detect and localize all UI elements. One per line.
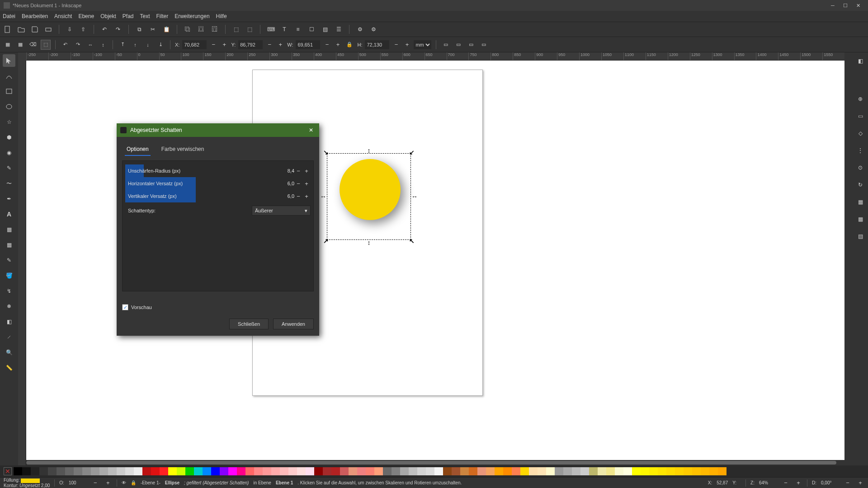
color-swatch[interactable] — [383, 467, 392, 475]
rotation-input[interactable] — [821, 480, 839, 485]
dialog-close-button[interactable]: ✕ — [307, 126, 316, 135]
zoom-tool[interactable]: 🔍 — [3, 346, 15, 359]
zoom-dec[interactable]: − — [782, 479, 790, 486]
stroke-value[interactable]: Ungesetzt — [19, 483, 40, 488]
h-inc[interactable]: + — [403, 41, 411, 48]
spray-tool[interactable]: ❅ — [3, 300, 15, 313]
color-swatch[interactable] — [65, 467, 74, 475]
undo-button[interactable]: ↶ — [99, 24, 109, 34]
eraser-tool[interactable]: ◧ — [3, 315, 15, 328]
menu-hilfe[interactable]: Hilfe — [216, 13, 227, 19]
color-swatch[interactable] — [486, 467, 495, 475]
bezier-tool[interactable]: 〜 — [3, 177, 15, 190]
close-button[interactable]: Schließen — [229, 319, 269, 329]
select-in-layers-button[interactable]: ▦ — [15, 40, 25, 50]
xml-editor-button[interactable]: ⌨ — [266, 24, 276, 34]
toggle-bbox-button[interactable]: ⬚ — [41, 40, 51, 50]
color-swatch[interactable] — [452, 467, 460, 475]
hoff-inc[interactable]: + — [302, 180, 311, 187]
handle-nw[interactable]: ↘ — [324, 150, 328, 155]
handle-se[interactable]: ↖ — [410, 239, 414, 243]
color-swatch[interactable] — [177, 467, 185, 475]
color-swatch[interactable] — [74, 467, 82, 475]
handle-sw[interactable]: ↗ — [324, 239, 328, 243]
paintbucket-tool[interactable]: 🪣 — [3, 269, 15, 282]
dropper-tool[interactable]: ✎ — [3, 254, 15, 267]
new-doc-button[interactable] — [3, 24, 13, 34]
color-swatch[interactable] — [426, 467, 434, 475]
color-swatch[interactable] — [57, 467, 65, 475]
apply-button[interactable]: Anwenden — [273, 319, 314, 329]
doc-props-button[interactable]: ⚙ — [355, 24, 365, 34]
color-swatch[interactable] — [572, 467, 580, 475]
blur-inc[interactable]: + — [302, 168, 311, 174]
flip-h-button[interactable]: ↔ — [85, 40, 95, 50]
lower-bottom-button[interactable]: ⤓ — [156, 40, 165, 50]
hoff-dec[interactable]: − — [294, 180, 302, 187]
affect-corners-button[interactable]: ▭ — [453, 40, 463, 50]
color-swatch[interactable] — [443, 467, 452, 475]
color-swatch[interactable] — [323, 467, 331, 475]
raise-top-button[interactable]: ⤒ — [118, 40, 127, 50]
color-swatch[interactable] — [117, 467, 125, 475]
w-inc[interactable]: + — [334, 41, 342, 48]
color-swatch[interactable] — [649, 467, 658, 475]
measure-tool[interactable]: 📏 — [3, 361, 15, 374]
menu-ansicht[interactable]: Ansicht — [54, 13, 72, 19]
color-swatch[interactable] — [194, 467, 203, 475]
param-blur-radius[interactable]: Unschärfen-Radius (px) 8,4 − + — [125, 164, 311, 177]
ruler-horizontal[interactable]: -250-200-150-100-50050100150200250300350… — [26, 52, 844, 61]
voff-dec[interactable]: − — [294, 193, 302, 200]
snap-page-icon[interactable]: ▦ — [855, 197, 865, 207]
opacity-inc[interactable]: + — [104, 479, 112, 486]
color-swatch[interactable] — [615, 467, 623, 475]
layer-selector[interactable]: -Ebene 1- — [141, 480, 160, 485]
save-button[interactable] — [30, 24, 40, 34]
color-swatch[interactable] — [91, 467, 99, 475]
color-swatch[interactable] — [297, 467, 306, 475]
color-swatch[interactable] — [469, 467, 477, 475]
color-swatch[interactable] — [22, 467, 31, 475]
color-swatch[interactable] — [263, 467, 271, 475]
color-swatch[interactable] — [623, 467, 632, 475]
x-dec[interactable]: − — [209, 41, 217, 48]
text-tool[interactable]: A — [3, 208, 15, 221]
color-swatch[interactable] — [39, 467, 48, 475]
color-swatch[interactable] — [357, 467, 366, 475]
zoom-input[interactable] — [759, 480, 777, 485]
color-swatch[interactable] — [692, 467, 701, 475]
group-button[interactable]: ⬚ — [231, 24, 241, 34]
color-swatch[interactable] — [349, 467, 357, 475]
h-dec[interactable]: − — [392, 41, 400, 48]
color-swatch[interactable] — [340, 467, 349, 475]
color-swatch[interactable] — [495, 467, 503, 475]
y-input[interactable] — [238, 40, 263, 49]
snap-rotation-icon[interactable]: ↻ — [855, 180, 865, 190]
snap-bbox-icon[interactable]: ▭ — [855, 111, 865, 121]
color-swatch[interactable] — [331, 467, 340, 475]
rect-tool[interactable] — [3, 85, 15, 98]
snap-toggle-icon[interactable]: ⊕ — [855, 94, 865, 104]
handle-n[interactable]: ↕ — [367, 148, 371, 153]
handle-s[interactable]: ↕ — [367, 240, 371, 245]
color-swatch[interactable] — [555, 467, 563, 475]
shadow-type-select[interactable]: Äußerer ▾ — [252, 206, 311, 216]
lock-ratio-button[interactable]: 🔒 — [344, 40, 354, 50]
color-swatch[interactable] — [529, 467, 538, 475]
cut-button[interactable]: ✂ — [148, 24, 158, 34]
handle-e[interactable]: ↔ — [412, 194, 417, 199]
w-input[interactable] — [296, 40, 320, 49]
color-swatch[interactable] — [684, 467, 692, 475]
ungroup-button[interactable]: ⬚ — [245, 24, 255, 34]
color-swatch[interactable] — [99, 467, 108, 475]
affect-stroke-button[interactable]: ▭ — [441, 40, 451, 50]
rotate-cw-button[interactable]: ↷ — [73, 40, 83, 50]
color-swatch[interactable] — [366, 467, 374, 475]
3dbox-tool[interactable]: ⬢ — [3, 131, 15, 144]
no-color-swatch[interactable]: ✕ — [4, 467, 12, 475]
color-swatch[interactable] — [658, 467, 666, 475]
color-swatch[interactable] — [641, 467, 649, 475]
star-tool[interactable]: ☆ — [3, 116, 15, 128]
copy-button[interactable]: ⧉ — [134, 24, 144, 34]
snap-other-icon[interactable]: ⋮ — [855, 145, 865, 155]
